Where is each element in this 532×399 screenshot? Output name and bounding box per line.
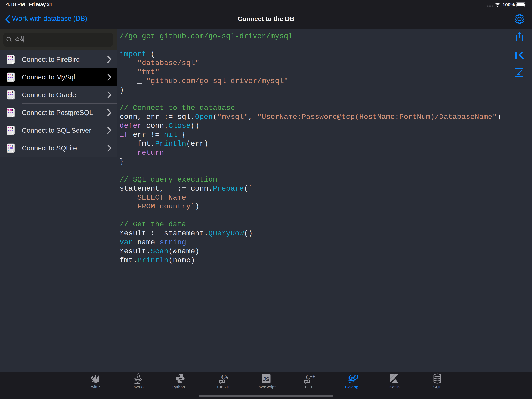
- svg-text:func{: func{: [7, 109, 13, 111]
- svg-text:}: }: [8, 149, 9, 151]
- svg-text:func{: func{: [7, 73, 13, 76]
- svg-text:++: ++: [310, 374, 315, 379]
- svg-text:func{: func{: [7, 91, 13, 93]
- svg-text:code: code: [8, 93, 13, 96]
- svg-text:JS: JS: [263, 376, 269, 382]
- svg-text:func{: func{: [7, 126, 13, 129]
- svg-text:}: }: [8, 60, 9, 63]
- svg-text:code: code: [8, 147, 13, 149]
- svg-text:}: }: [8, 114, 9, 116]
- svg-text:}: }: [8, 96, 9, 98]
- svg-text:code: code: [8, 111, 13, 113]
- svg-text:code: code: [8, 58, 13, 60]
- svg-text:GO: GO: [348, 374, 358, 381]
- svg-text:}: }: [8, 78, 9, 80]
- svg-text:func{: func{: [7, 56, 13, 58]
- svg-text:func{: func{: [7, 144, 13, 147]
- svg-text:C#: C#: [221, 373, 228, 380]
- svg-text:code: code: [8, 129, 13, 131]
- svg-text:}: }: [8, 131, 9, 134]
- svg-text:code: code: [8, 76, 13, 78]
